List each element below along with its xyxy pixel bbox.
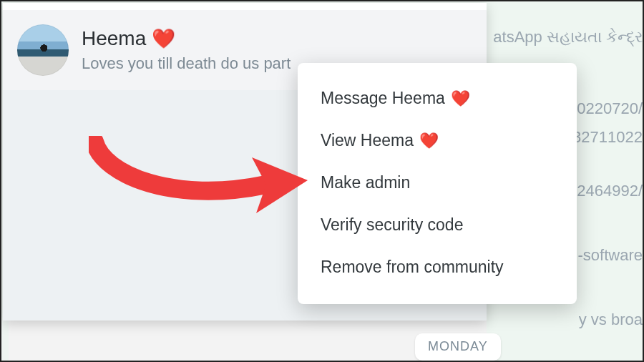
bg-text-fragment: y vs broa	[579, 298, 643, 341]
bg-text-fragment: 2464992/	[577, 170, 643, 212]
day-pill: MONDAY	[415, 333, 501, 361]
heart-icon: ❤️	[451, 89, 470, 108]
menu-item-verify-security[interactable]: Verify security code	[298, 204, 577, 246]
bg-text-fragment: 32711022	[572, 116, 643, 159]
menu-item-label: View Heema	[321, 131, 414, 150]
bg-header-fragment: atsApp સહાયતા કેન્દ્ર	[493, 16, 643, 59]
day-pill-label: MONDAY	[428, 339, 488, 353]
contact-text-block: Heema ❤️ Loves you till death do us part	[82, 27, 291, 73]
bg-text-fragment: -software	[578, 234, 643, 277]
menu-item-view[interactable]: View Heema ❤️	[298, 119, 577, 162]
avatar[interactable]	[17, 24, 69, 76]
menu-item-message[interactable]: Message Heema ❤️	[298, 77, 577, 119]
panel-top-edge	[3, 3, 487, 10]
contact-name: Heema ❤️	[82, 27, 291, 50]
menu-item-label: Remove from community	[321, 258, 504, 277]
menu-item-remove[interactable]: Remove from community	[298, 246, 577, 288]
heart-icon: ❤️	[152, 27, 175, 50]
heart-icon: ❤️	[419, 132, 439, 150]
context-menu: Message Heema ❤️ View Heema ❤️ Make admi…	[298, 63, 577, 304]
menu-item-label: Make admin	[321, 173, 410, 192]
menu-item-label: Verify security code	[321, 215, 463, 235]
menu-item-label: Message Heema	[321, 89, 445, 108]
contact-name-label: Heema	[82, 27, 146, 50]
contact-status: Loves you till death do us part	[82, 54, 291, 73]
menu-item-make-admin[interactable]: Make admin	[298, 162, 577, 204]
